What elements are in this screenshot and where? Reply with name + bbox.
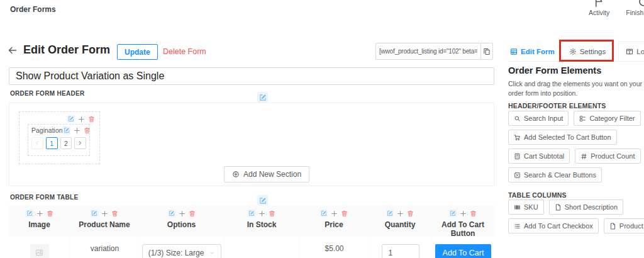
element-label: Search Input	[524, 115, 563, 122]
clear-icon	[514, 172, 521, 179]
element-row: Add Selected To Cart Button	[508, 130, 644, 145]
options-select[interactable]: (1/3) Size: Large	[142, 244, 222, 258]
pagination-page-2-button[interactable]: 2	[60, 137, 72, 149]
dropzone-controls	[67, 115, 95, 123]
add-icon[interactable]	[179, 210, 186, 217]
element-sku[interactable]: SKU	[508, 199, 544, 215]
delete-icon[interactable]	[407, 210, 414, 217]
finish-setup-button[interactable]: Finish setup	[626, 0, 644, 16]
add-icon[interactable]	[78, 116, 85, 123]
add-icon[interactable]	[331, 210, 338, 217]
gear-icon	[569, 48, 577, 55]
header-section-edit-button[interactable]	[257, 92, 268, 103]
finish-setup-label: Finish setup	[626, 9, 644, 16]
table-section-edit-button[interactable]	[257, 195, 268, 206]
element-product-meta[interactable]: Product Meta	[604, 218, 644, 233]
checklist-icon	[514, 223, 521, 230]
edit-icon[interactable]	[248, 210, 255, 217]
activity-button[interactable]: Activity	[589, 0, 609, 16]
circle-icon	[638, 0, 644, 8]
pagination-element-label: Pagination	[31, 126, 63, 134]
add-icon[interactable]	[101, 210, 108, 217]
header-dropzone[interactable]: Pagination 1 2	[19, 111, 100, 164]
column-header-quantity: Quantity	[369, 205, 431, 237]
pagination-prev-button[interactable]	[31, 137, 43, 149]
update-button[interactable]: Update	[117, 44, 158, 60]
element-add-selected-to-cart[interactable]: Add Selected To Cart Button	[508, 130, 617, 145]
edit-icon	[259, 197, 267, 205]
hash-icon	[580, 153, 587, 160]
table-columns-group: SKU Short Description Add To Cart Checkb…	[508, 199, 644, 237]
panel-description: Click and drag the elements you want on …	[508, 79, 644, 98]
edit-icon[interactable]	[67, 115, 75, 123]
table-columns-label: TABLE COLUMNS	[508, 191, 567, 199]
column-label: Image	[28, 220, 50, 229]
tab-settings[interactable]: Settings	[562, 42, 614, 61]
add-icon[interactable]	[36, 210, 43, 217]
shortcode-input[interactable]	[375, 43, 481, 60]
tab-locations[interactable]: Locations	[618, 42, 644, 61]
element-add-to-cart-checkbox[interactable]: Add To Cart Checkbox	[508, 218, 599, 233]
element-label: Cart Subtotal	[524, 152, 564, 160]
tab-edit-form[interactable]: Edit Form	[508, 42, 557, 61]
pagination-next-button[interactable]	[74, 137, 86, 149]
form-name-input[interactable]	[9, 67, 494, 85]
options-selected-value: (1/3) Size: Large	[148, 249, 204, 257]
column-header-product-name: Product Name	[70, 205, 139, 237]
delete-icon[interactable]	[111, 210, 118, 217]
edit-icon[interactable]	[91, 210, 98, 217]
column-label: Add To Cart Button	[436, 220, 489, 238]
element-label: Category Filter	[589, 115, 635, 122]
delete-form-link[interactable]: Delete Form	[163, 47, 206, 56]
delete-icon[interactable]	[88, 116, 95, 123]
edit-icon[interactable]	[63, 126, 70, 134]
add-to-cart-button[interactable]: Add To Cart	[435, 244, 492, 258]
order-form-editor-screen: Order Forms Activity Finish setup Edit O…	[0, 0, 644, 258]
tab-label: Settings	[580, 48, 606, 55]
shortcode-group	[375, 43, 493, 60]
delete-icon[interactable]	[84, 127, 91, 134]
delete-icon[interactable]	[341, 210, 348, 217]
add-new-section-button[interactable]: Add New Section	[224, 166, 309, 182]
copy-shortcode-button[interactable]	[480, 43, 493, 60]
element-product-count[interactable]: Product Count	[575, 149, 640, 164]
delete-icon[interactable]	[47, 210, 53, 217]
element-short-description[interactable]: Short Description	[549, 199, 623, 215]
edit-icon[interactable]	[386, 210, 394, 217]
edit-icon[interactable]	[168, 210, 175, 217]
add-icon[interactable]	[74, 127, 80, 134]
edit-icon[interactable]	[26, 210, 33, 217]
edit-icon[interactable]	[320, 210, 328, 217]
cart-icon	[514, 134, 521, 141]
cell-quantity	[369, 237, 431, 258]
edit-icon[interactable]	[449, 210, 457, 217]
topbar-actions: Activity Finish setup	[589, 0, 644, 16]
add-icon[interactable]	[258, 210, 265, 217]
element-cart-subtotal[interactable]: Cart Subtotal	[508, 149, 570, 164]
tab-label: Edit Form	[521, 48, 555, 55]
back-button[interactable]	[8, 45, 18, 55]
pagination-element-header: Pagination	[31, 126, 86, 134]
element-search-input[interactable]: Search Input	[508, 111, 569, 126]
element-search-clear-buttons[interactable]: Search & Clear Buttons	[508, 167, 602, 182]
cell-product-name: variation	[70, 237, 139, 258]
quantity-input[interactable]	[382, 244, 419, 258]
pagination-preview: 1 2	[31, 137, 86, 149]
table-row: variation (1/3) Size: Large $5.00 Add To…	[9, 237, 494, 258]
delete-icon[interactable]	[189, 210, 196, 217]
copy-icon	[483, 48, 491, 55]
order-form-table: Image Product Name Options In Stock Pric…	[9, 205, 494, 258]
add-icon[interactable]	[397, 210, 404, 217]
table-header-row: Image Product Name Options In Stock Pric…	[9, 205, 494, 237]
add-icon[interactable]	[460, 210, 467, 217]
column-controls	[168, 210, 196, 217]
pagination-element[interactable]: Pagination 1 2	[28, 124, 90, 156]
pagination-page-1-button[interactable]: 1	[46, 137, 58, 149]
column-controls	[26, 210, 53, 217]
delete-icon[interactable]	[269, 210, 275, 217]
delete-icon[interactable]	[470, 210, 477, 217]
table-icon	[510, 48, 518, 55]
column-header-options: Options	[139, 205, 224, 237]
element-category-filter[interactable]: Category Filter	[574, 111, 640, 126]
column-controls	[449, 210, 477, 217]
